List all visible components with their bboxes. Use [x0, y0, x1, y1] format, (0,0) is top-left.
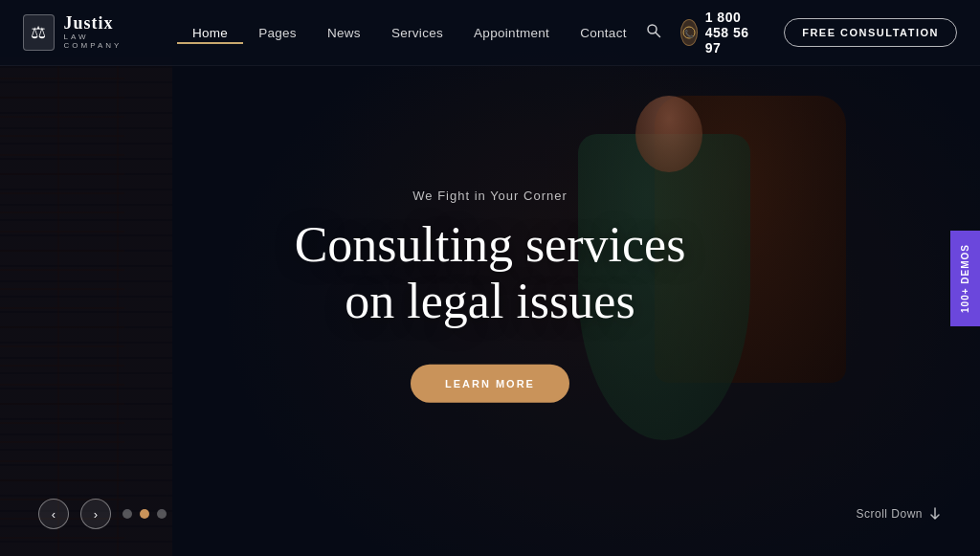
nav-item-pages[interactable]: Pages — [243, 24, 312, 41]
hero-heading-line1: Consulting services — [295, 216, 686, 271]
search-icon — [646, 23, 661, 38]
slider-next-button[interactable]: › — [80, 499, 111, 529]
nav-link-services[interactable]: Services — [376, 26, 458, 40]
nav-link-appointment[interactable]: Appointment — [458, 26, 565, 40]
logo-subtitle: LAW COMPANY — [64, 33, 139, 51]
nav-item-home[interactable]: Home — [177, 24, 243, 41]
hero-tagline: We Fight in Your Corner — [203, 188, 777, 202]
hero-heading: Consulting services on legal issues — [203, 215, 777, 330]
nav-item-services[interactable]: Services — [376, 24, 458, 41]
slider-dots — [122, 509, 167, 519]
nav-right: 📞 1 800 458 56 97 FREE CONSULTATION — [642, 10, 957, 56]
nav-link-home[interactable]: Home — [177, 26, 243, 44]
logo-icon: ⚖ — [23, 14, 55, 51]
logo-text: Justix LAW COMPANY — [64, 14, 139, 50]
hero-content: We Fight in Your Corner Consulting servi… — [203, 188, 777, 403]
nav-links: Home Pages News Services Appointment Con… — [177, 24, 642, 41]
phone-svg-icon: 📞 — [682, 26, 696, 39]
scroll-down-label: Scroll Down — [856, 507, 923, 521]
svg-text:📞: 📞 — [684, 29, 694, 38]
slider-dot-3[interactable] — [157, 509, 167, 519]
logo-title: Justix — [64, 14, 139, 33]
logo[interactable]: ⚖ Justix LAW COMPANY — [23, 14, 139, 51]
nav-item-contact[interactable]: Contact — [565, 24, 642, 41]
demos-tab[interactable]: 100+ Demos — [950, 231, 980, 326]
nav-link-contact[interactable]: Contact — [565, 26, 642, 40]
search-button[interactable] — [642, 19, 665, 46]
phone-number: 1 800 458 56 97 — [705, 10, 768, 56]
phone-area: 📞 1 800 458 56 97 — [680, 10, 768, 56]
phone-icon: 📞 — [680, 19, 698, 46]
slider-dot-1[interactable] — [122, 509, 132, 519]
svg-line-1 — [656, 33, 660, 37]
hero-heading-line2: on legal issues — [345, 274, 635, 328]
nav-item-appointment[interactable]: Appointment — [458, 24, 565, 41]
hero-bottom-bar: ‹ › Scroll Down — [0, 499, 980, 556]
navbar: ⚖ Justix LAW COMPANY Home Pages News Ser… — [0, 0, 980, 66]
free-consultation-button[interactable]: FREE CONSULTATION — [784, 18, 957, 47]
nav-link-news[interactable]: News — [312, 26, 376, 40]
slider-dot-2[interactable] — [140, 509, 149, 519]
slider-controls: ‹ › — [38, 499, 167, 529]
nav-link-pages[interactable]: Pages — [243, 26, 312, 40]
nav-item-news[interactable]: News — [312, 24, 376, 41]
scroll-down-arrow-icon — [928, 507, 942, 521]
scroll-down[interactable]: Scroll Down — [856, 507, 942, 521]
learn-more-button[interactable]: LEARN MORE — [411, 365, 569, 403]
slider-prev-button[interactable]: ‹ — [38, 499, 69, 529]
